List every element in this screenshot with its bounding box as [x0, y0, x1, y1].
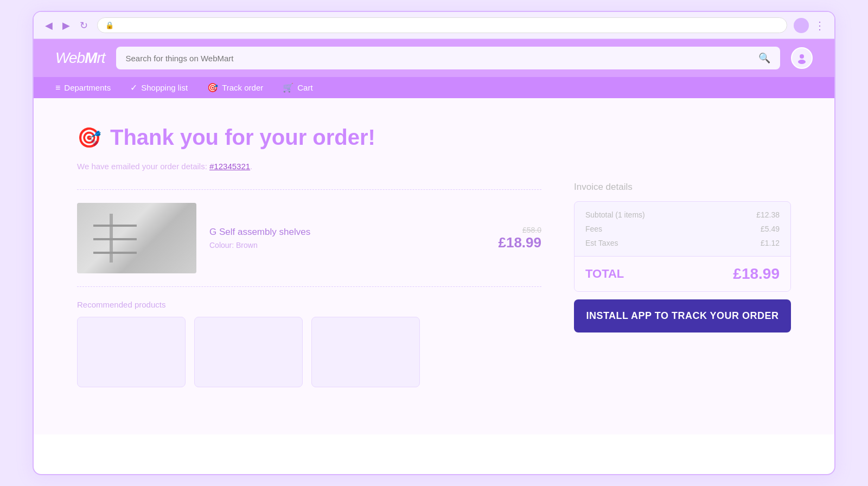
order-number-link[interactable]: #12345321 [209, 162, 250, 171]
thank-you-title: Thank you for your order! [110, 125, 375, 150]
invoice-section: Invoice details Subtotal (1 items) £12.3… [574, 182, 791, 332]
profile-circle[interactable] [794, 18, 809, 33]
lock-icon: 🔒 [105, 21, 114, 29]
main-content: 🎯 Thank you for your order! We have emai… [34, 98, 834, 434]
svg-point-1 [798, 60, 806, 64]
search-input[interactable] [126, 54, 753, 63]
departments-icon: ≡ [55, 83, 60, 93]
nav-departments-label: Departments [64, 83, 111, 92]
browser-actions: ⋮ [794, 18, 826, 33]
order-email-text: We have emailed your order details: #123… [77, 162, 791, 171]
product-image-inner [77, 203, 196, 273]
total-amount: £18.99 [733, 265, 780, 283]
fees-label: Fees [585, 225, 602, 233]
order-success-icon: 🎯 [77, 126, 101, 149]
nav-cart-label: Cart [297, 83, 312, 92]
search-icon: 🔍 [758, 52, 770, 64]
order-item: G Self assembly shelves Colour: Brown £5… [77, 197, 541, 279]
recommended-card-3[interactable] [311, 317, 420, 387]
svg-point-0 [800, 54, 804, 59]
nav-track-order-label: Track order [222, 83, 263, 92]
refresh-button[interactable]: ↻ [77, 18, 91, 33]
product-colour: Colour: Brown [209, 241, 485, 250]
logo-italic: WebMrt [55, 49, 105, 66]
nav-cart[interactable]: 🛒 Cart [283, 82, 312, 93]
nav-shopping-list[interactable]: ✓ Shopping list [130, 82, 188, 93]
subtotal-value: £12.38 [756, 210, 780, 219]
price-original: £58.0 [498, 226, 541, 234]
webmart-header: WebMrt 🔍 [34, 39, 834, 77]
divider-top [77, 189, 541, 190]
subtotal-label: Subtotal (1 items) [585, 210, 645, 219]
address-bar[interactable]: 🔒 [97, 17, 787, 33]
taxes-value: £1.12 [761, 239, 780, 247]
nav-shopping-list-label: Shopping list [141, 83, 188, 92]
product-image [77, 203, 196, 273]
total-label: TOTAL [585, 267, 624, 281]
invoice-title: Invoice details [574, 182, 791, 193]
forward-button[interactable]: ▶ [60, 18, 73, 33]
browser-frame: ◀ ▶ ↻ 🔒 ⋮ WebMrt 🔍 ≡ [33, 11, 835, 475]
product-price: £58.0 £18.99 [498, 226, 541, 251]
cart-icon: 🛒 [283, 82, 293, 93]
invoice-taxes-row: Est Taxes £1.12 [585, 239, 780, 247]
install-app-button[interactable]: INSTALL APP TO TRACK YOUR ORDER [574, 299, 791, 332]
product-details: G Self assembly shelves Colour: Brown [209, 227, 485, 250]
nav-bar: ≡ Departments ✓ Shopping list 🎯 Track or… [34, 77, 834, 98]
price-current: £18.99 [498, 234, 541, 251]
recommended-card-1[interactable] [77, 317, 186, 387]
recommended-grid [77, 317, 541, 387]
recommended-heading: Recommended products [77, 300, 541, 309]
product-name: G Self assembly shelves [209, 227, 485, 238]
nav-departments[interactable]: ≡ Departments [55, 83, 111, 93]
content-grid: G Self assembly shelves Colour: Brown £5… [77, 182, 791, 387]
email-text-before: We have emailed your order details: [77, 162, 209, 171]
recommended-card-2[interactable] [194, 317, 303, 387]
fees-value: £5.49 [761, 225, 780, 233]
divider-bottom [77, 286, 541, 287]
taxes-label: Est Taxes [585, 239, 618, 247]
thank-you-heading: 🎯 Thank you for your order! [77, 125, 791, 150]
webmart-logo[interactable]: WebMrt [55, 49, 105, 67]
invoice-fees-row: Fees £5.49 [585, 225, 780, 233]
browser-chrome: ◀ ▶ ↻ 🔒 ⋮ [34, 12, 834, 39]
search-bar-container[interactable]: 🔍 [116, 47, 780, 69]
user-avatar[interactable] [791, 47, 813, 69]
browser-nav-buttons: ◀ ▶ ↻ [42, 18, 91, 33]
shopping-list-icon: ✓ [130, 82, 137, 93]
track-order-icon: 🎯 [207, 82, 218, 93]
email-text-after: . [250, 162, 252, 171]
order-section: G Self assembly shelves Colour: Brown £5… [77, 182, 541, 387]
more-options-icon[interactable]: ⋮ [814, 19, 826, 32]
invoice-box: Subtotal (1 items) £12.38 Fees £5.49 Est… [574, 201, 791, 292]
invoice-subtotal-row: Subtotal (1 items) £12.38 [585, 210, 780, 219]
invoice-rows: Subtotal (1 items) £12.38 Fees £5.49 Est… [575, 202, 790, 256]
back-button[interactable]: ◀ [42, 18, 55, 33]
nav-track-order[interactable]: 🎯 Track order [207, 82, 263, 93]
invoice-total-row: TOTAL £18.99 [575, 257, 790, 291]
